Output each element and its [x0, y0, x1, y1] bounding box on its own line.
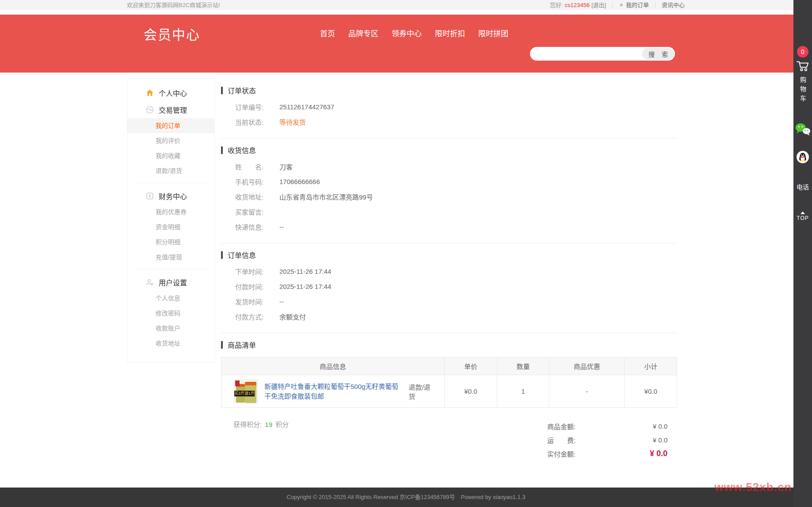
nav-item-groupbuy[interactable]: 限时拼团	[478, 27, 508, 38]
nav-item-brands[interactable]: 品牌专区	[348, 27, 378, 38]
sidebar-item-my-orders[interactable]: 我的订单	[127, 118, 214, 133]
phone-label: 手机号码:	[235, 177, 275, 186]
buyer-message-label: 买家留言:	[235, 207, 275, 216]
section-title-text: 收货信息	[228, 145, 256, 155]
created-time-label: 下单时间:	[235, 267, 275, 276]
greeting-label: 您好:	[550, 0, 563, 10]
goods-amount-label: 商品金额:	[547, 422, 576, 431]
trade-icon	[146, 106, 154, 114]
order-state-label: 当前状态:	[235, 117, 275, 127]
points-value: 19	[265, 421, 272, 428]
sidebar-item-profile[interactable]: 个人信息	[127, 291, 214, 306]
sidebar-item-payment-account[interactable]: 收款账户	[127, 321, 214, 336]
phone-link[interactable]: 电话	[797, 182, 809, 191]
topbar-my-orders-link[interactable]: 我的订单	[626, 0, 649, 10]
section-title-text: 订单信息	[228, 250, 256, 260]
sidebar-item-my-coupons[interactable]: 我的优惠券	[127, 204, 214, 219]
payment-method-label: 付款方式:	[235, 312, 275, 321]
wechat-icon[interactable]	[795, 122, 811, 136]
star-icon: ★	[619, 0, 624, 10]
sidebar-section-label: 财务中心	[159, 191, 187, 201]
product-image[interactable]: 买2斤送1斤	[234, 379, 258, 403]
table-row: 买2斤送1斤 新疆特产吐鲁番大颗粒葡萄干500g无籽黄葡萄干免洗即食散装包邮 退…	[221, 375, 677, 408]
sidebar-item-change-password[interactable]: 修改密码	[127, 306, 214, 321]
order-detail-panel: 订单状态 订单编号: 251126174427637 当前状态: 等待发货 收货…	[221, 79, 685, 478]
shipped-time-value: --	[279, 298, 284, 305]
search-input[interactable]	[530, 48, 641, 60]
section-title-text: 订单状态	[228, 85, 256, 96]
section-order-status: 订单状态	[221, 85, 677, 96]
top-spacer	[0, 10, 812, 15]
back-to-top-button[interactable]: TOP	[797, 211, 808, 221]
product-title-link[interactable]: 新疆特产吐鲁番大颗粒葡萄干500g无籽黄葡萄干免洗即食散装包邮	[264, 382, 402, 401]
shipped-time-label: 发货时间:	[235, 297, 275, 306]
sidebar-item-funds-detail[interactable]: 资金明细	[127, 219, 214, 234]
shipping-fee-value: ¥ 0.0	[653, 436, 667, 444]
section-order-info: 订单信息	[221, 250, 677, 260]
quantity-cell: 1	[497, 375, 549, 408]
divider	[134, 269, 207, 269]
paid-amount-value: ¥ 0.0	[650, 449, 667, 458]
cart-label[interactable]: 购物车	[798, 77, 807, 104]
sidebar-item-refunds[interactable]: 退款/退货	[127, 163, 214, 178]
cart-icon[interactable]	[796, 60, 809, 72]
username: cs123456	[565, 0, 590, 10]
search-button[interactable]: 搜 索	[642, 48, 674, 60]
logout-link[interactable]: [退出]	[591, 0, 606, 10]
nav-item-coupons[interactable]: 领券中心	[392, 27, 422, 38]
paid-time-value: 2025-11-26 17:44	[279, 283, 331, 290]
product-image-caption: 买2斤送1斤	[234, 391, 255, 396]
totals-block: 商品金额: ¥ 0.0 运 费: ¥ 0.0 实付金额: ¥ 0.0	[547, 419, 667, 461]
divider	[221, 243, 677, 243]
sidebar-item-recharge-withdraw[interactable]: 充值/提现	[127, 250, 214, 265]
topbar-news-link[interactable]: 资讯中心	[662, 0, 685, 10]
points-label: 获得积分:	[233, 421, 262, 428]
divider	[655, 3, 656, 8]
svg-text:¥: ¥	[148, 193, 151, 199]
up-arrow-icon	[801, 211, 805, 214]
unit-price-cell: ¥0.0	[445, 375, 497, 408]
discount-cell: -	[549, 375, 625, 408]
user-icon	[146, 278, 154, 286]
member-sidebar: 个人中心 交易管理 我的订单 我的评价 我的收藏 退款/退货 ¥ 财务中心 我的…	[127, 79, 215, 363]
points-unit: 积分	[275, 421, 289, 428]
divider	[612, 3, 613, 8]
sidebar-item-points-detail[interactable]: 积分明细	[127, 234, 214, 250]
paid-amount-label: 实付金额:	[547, 449, 576, 458]
section-bar	[221, 146, 223, 154]
order-summary: 获得积分: 19 积分 商品金额: ¥ 0.0 运 费: ¥ 0.0 实付金额:	[221, 419, 677, 461]
goods-amount-value: ¥ 0.0	[653, 422, 667, 430]
product-image-badge	[235, 380, 240, 386]
section-shipping-info: 收货信息	[221, 145, 677, 155]
nav-item-home[interactable]: 首页	[320, 27, 335, 38]
receiver-name-label: 姓 名:	[235, 162, 275, 171]
sidebar-item-my-reviews[interactable]: 我的评价	[127, 133, 214, 148]
express-info-value: --	[279, 223, 284, 230]
main-nav: 首页 品牌专区 领券中心 限时折扣 限时拼团	[320, 27, 508, 38]
payment-method-value: 余额支付	[279, 312, 306, 321]
sidebar-section-label: 交易管理	[159, 104, 187, 115]
section-title-text: 商品清单	[228, 339, 256, 350]
copyright-text: Copyright © 2015-2025 All Rights Reserve…	[287, 494, 526, 500]
side-dock: 0 购物车 电话 TOP	[793, 0, 812, 507]
goods-table: 商品信息 单价 数量 商品优惠 小计	[221, 357, 677, 408]
finance-icon: ¥	[146, 192, 154, 200]
divider	[221, 138, 677, 138]
search-box: 搜 索	[530, 47, 675, 61]
topbar: 欢迎来到刀客源码网B2C商城演示站! 您好: cs123456 [退出] ★ 我…	[0, 0, 812, 10]
section-bar	[221, 87, 223, 94]
qq-icon[interactable]	[796, 150, 809, 164]
receiver-name-value: 刀客	[279, 162, 293, 171]
sidebar-item-shipping-address[interactable]: 收货地址	[127, 336, 214, 351]
watermark: www.52xb.cn	[714, 480, 792, 494]
order-number-label: 订单编号:	[235, 102, 275, 111]
nav-item-discount[interactable]: 限时折扣	[435, 27, 465, 38]
site-header: 会员中心 首页 品牌专区 领券中心 限时折扣 限时拼团 搜 索	[0, 15, 812, 73]
footer: Copyright © 2015-2025 All Rights Reserve…	[0, 488, 812, 507]
sidebar-item-my-favorites[interactable]: 我的收藏	[127, 148, 214, 163]
order-state-value: 等待发货	[279, 117, 306, 127]
section-bar	[221, 251, 223, 259]
refund-link[interactable]: 退款/退货	[408, 382, 438, 401]
express-info-label: 快递信息:	[235, 222, 275, 231]
sidebar-item-personal-center[interactable]: 个人中心	[127, 84, 214, 101]
